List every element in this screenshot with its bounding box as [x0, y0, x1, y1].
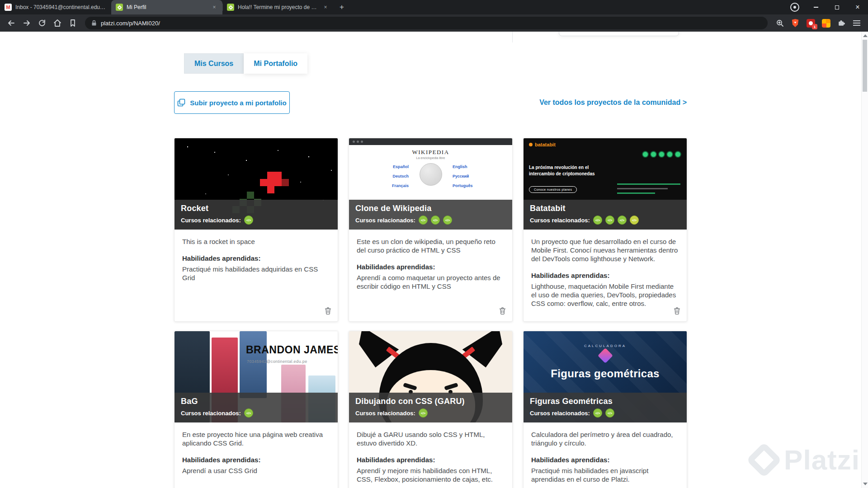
- delete-project-icon[interactable]: [499, 307, 506, 316]
- course-badge-icon[interactable]: [244, 216, 253, 225]
- forward-icon[interactable]: [20, 16, 33, 30]
- batatabit-logo: batatabit: [535, 142, 556, 147]
- related-courses-label: Cursos relacionados:: [355, 217, 415, 224]
- menu-icon[interactable]: [850, 16, 863, 30]
- delete-project-icon[interactable]: [325, 307, 331, 316]
- course-badge-icon[interactable]: [618, 216, 627, 225]
- browser-tab-title: Mi Perfil: [127, 4, 207, 10]
- scrollbar-thumb[interactable]: [863, 40, 867, 92]
- language-link: English: [453, 164, 493, 169]
- reload-icon[interactable]: [35, 16, 49, 30]
- course-badge-icon[interactable]: [419, 216, 428, 225]
- course-badge-icon[interactable]: [630, 216, 639, 225]
- gmail-favicon-icon: M: [5, 4, 12, 11]
- copy-icon: [177, 99, 185, 107]
- project-description: Calculadora del perímetro y área del cua…: [531, 430, 679, 447]
- platzi-logo-icon: [746, 442, 782, 478]
- related-courses-label: Cursos relacionados:: [181, 217, 241, 224]
- extension-badge: 1: [812, 24, 817, 29]
- project-description: Este es un clon de wikipedia, un pequeño…: [357, 237, 505, 254]
- lock-icon: [91, 20, 97, 26]
- batatabit-headline: La próxima revolución en el intercambio …: [529, 164, 608, 177]
- figuras-caption: CALCULADORA: [524, 344, 687, 348]
- skills-label: Habilidades aprendidas:: [357, 263, 505, 271]
- figuras-heading: Figuras geométricas: [524, 367, 687, 380]
- related-courses-label: Cursos relacionados:: [181, 410, 241, 417]
- brave-shield-icon[interactable]: [788, 16, 802, 30]
- scrollbar-up-icon[interactable]: [863, 34, 868, 37]
- project-description: Un proyecto que fue desarrollado en el c…: [531, 237, 679, 263]
- minimize-button[interactable]: [806, 0, 826, 14]
- course-badge-icon[interactable]: [244, 408, 253, 418]
- extension-color-icon[interactable]: [819, 16, 833, 30]
- project-skills: Practiqué mis habilidades en javascript …: [531, 466, 679, 483]
- browser-tab-mi-perfil[interactable]: Mi Perfil: [111, 0, 222, 14]
- skills-label: Habilidades aprendidas:: [357, 456, 505, 464]
- project-card-figuras[interactable]: CALCULADORA Figuras geométricas Figuras …: [523, 331, 687, 488]
- related-courses-label: Cursos relacionados:: [530, 410, 590, 417]
- scrollbar-down-icon[interactable]: [863, 483, 868, 485]
- home-icon[interactable]: [51, 16, 64, 30]
- project-thumbnail: Dibujando con CSS (GARU) Cursos relacion…: [349, 331, 512, 422]
- project-card-bag[interactable]: BRANDON JAMES 70345941@continental.edu.p…: [174, 331, 338, 488]
- project-card-batatabit[interactable]: batatabit La próxima revolución en el in…: [523, 138, 687, 322]
- related-courses-label: Cursos relacionados:: [355, 410, 415, 417]
- bag-email: 70345941@continental.edu.pe: [247, 359, 307, 364]
- page-scrollbar[interactable]: [861, 32, 868, 488]
- upload-project-button[interactable]: Subir proyecto a mi portafolio: [174, 91, 290, 114]
- project-title: BaG: [181, 397, 331, 406]
- browser-tab-gmail[interactable]: M Inbox - 70345941@continental.edu.pe - …: [0, 0, 111, 14]
- language-link: Русский: [453, 174, 493, 178]
- course-badge-icon[interactable]: [419, 408, 428, 418]
- project-card-rocket[interactable]: Rocket Cursos relacionados: This is a ro…: [174, 138, 338, 322]
- tab-mis-cursos[interactable]: Mis Cursos: [184, 53, 244, 74]
- back-icon[interactable]: [5, 16, 18, 30]
- batatabit-button: Conoce nuestros planes: [529, 186, 577, 193]
- course-badge-icon[interactable]: [605, 408, 614, 418]
- browser-tab-title: Hola!! Termine mi proyecto de reproduct: [238, 4, 318, 10]
- wikipedia-wordmark: WIKIPEDIA: [349, 149, 512, 156]
- language-link: Português: [453, 183, 493, 188]
- project-description: Dibujé a GARU usando solo CSS y HTML, es…: [357, 430, 505, 447]
- project-thumbnail: Rocket Cursos relacionados:: [175, 138, 338, 230]
- project-card-wikipedia[interactable]: WIKIPEDIA La enciclopedia libre Español …: [349, 138, 513, 322]
- maximize-button[interactable]: [826, 0, 847, 14]
- bookmark-icon[interactable]: [66, 16, 80, 30]
- upload-button-label: Subir proyecto a mi portafolio: [190, 99, 286, 107]
- course-badge-icon[interactable]: [593, 216, 602, 225]
- delete-project-icon[interactable]: [674, 307, 680, 316]
- course-badge-icon[interactable]: [593, 408, 602, 418]
- project-skills: Lighthouse, maquetación Mobile First med…: [531, 282, 679, 308]
- skills-label: Habilidades aprendidas:: [531, 272, 679, 279]
- project-thumbnail: batatabit La próxima revolución en el in…: [524, 138, 687, 230]
- tab-close-icon[interactable]: [211, 4, 218, 11]
- community-projects-link[interactable]: Ver todos los proyectos de la comunidad …: [539, 91, 687, 114]
- browser-window: M Inbox - 70345941@continental.edu.pe - …: [0, 0, 868, 488]
- project-description: En este proyecto hice una página web cre…: [182, 430, 330, 447]
- profile-action-remnant: [559, 32, 679, 36]
- tab-close-icon[interactable]: [322, 4, 329, 11]
- project-skills: Aprendí a como maquetar un proyecto ante…: [357, 273, 505, 291]
- project-title: Dibujando con CSS (GARU): [355, 397, 506, 406]
- course-badge-icon[interactable]: [431, 216, 440, 225]
- platzi-watermark: Platzi: [751, 444, 860, 476]
- close-window-button[interactable]: [847, 0, 868, 14]
- new-tab-button[interactable]: [335, 1, 348, 14]
- page-content: Mis Cursos Mi Portafolio Subir proyecto …: [0, 32, 868, 488]
- language-link: Español: [368, 164, 409, 169]
- tab-mi-portafolio[interactable]: Mi Portafolio: [244, 53, 307, 74]
- browser-profile-icon[interactable]: [790, 3, 799, 12]
- extension-adblock-icon[interactable]: 1: [804, 16, 817, 30]
- course-badge-icon[interactable]: [443, 216, 452, 225]
- skills-label: Habilidades aprendidas:: [182, 254, 330, 262]
- extensions-puzzle-icon[interactable]: [835, 16, 848, 30]
- zoom-icon[interactable]: [773, 16, 787, 30]
- project-thumbnail: WIKIPEDIA La enciclopedia libre Español …: [349, 138, 512, 230]
- course-badge-icon[interactable]: [605, 216, 614, 225]
- project-thumbnail: CALCULADORA Figuras geométricas Figuras …: [524, 331, 687, 422]
- project-card-garu[interactable]: Dibujando con CSS (GARU) Cursos relacion…: [349, 331, 513, 488]
- browser-tab-forum-post[interactable]: Hola!! Termine mi proyecto de reproduct: [222, 0, 334, 14]
- skills-label: Habilidades aprendidas:: [182, 456, 330, 464]
- related-courses-label: Cursos relacionados:: [530, 217, 590, 224]
- address-bar[interactable]: platzi.com/p/NAMI020/: [85, 17, 768, 29]
